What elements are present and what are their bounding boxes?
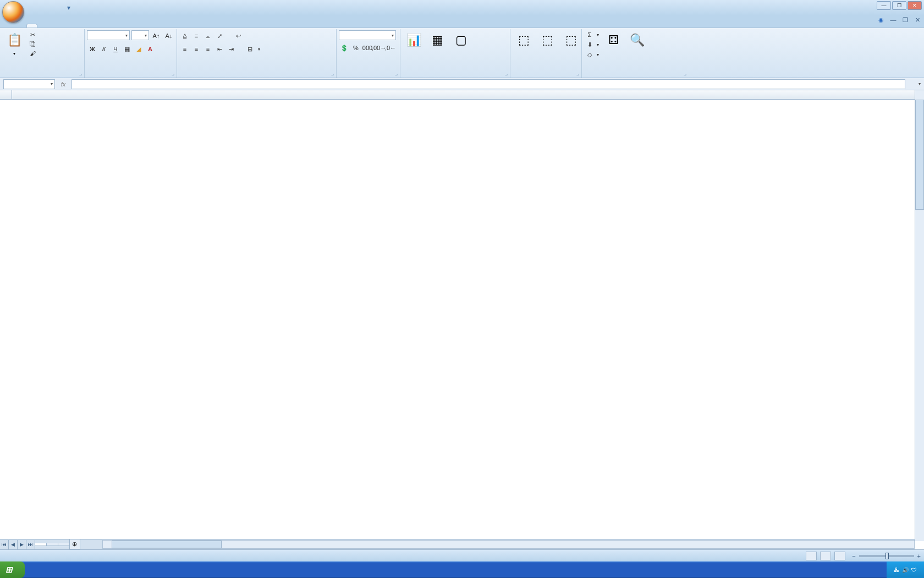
underline-button[interactable]: Ч xyxy=(110,43,121,54)
tab-formulas[interactable] xyxy=(63,24,74,28)
tray-icon[interactable]: 🔊 xyxy=(902,567,909,573)
help-icon[interactable]: ◉ xyxy=(877,15,886,24)
indent-inc-button[interactable]: ⇥ xyxy=(226,43,237,54)
clear-button[interactable]: ◇▾ xyxy=(584,50,601,59)
format-painter-button[interactable]: 🖌 xyxy=(27,49,40,58)
dec-decimal-button[interactable]: ,0← xyxy=(385,42,396,53)
shrink-font-button[interactable]: A↓ xyxy=(163,30,174,41)
windows-taskbar: ⊞ 🖧 🔊 🛡 xyxy=(0,561,924,578)
tab-addins[interactable] xyxy=(111,24,122,28)
vertical-scrollbar[interactable] xyxy=(915,90,924,541)
font-name-select[interactable]: ▾ xyxy=(87,30,130,40)
horizontal-scrollbar[interactable] xyxy=(102,540,915,549)
office-button[interactable] xyxy=(2,1,24,23)
format-as-table-button[interactable]: ▦ xyxy=(426,30,448,51)
table-icon: ▦ xyxy=(428,31,446,49)
redo-icon[interactable] xyxy=(52,3,62,13)
wrap-text-button[interactable]: ↩ xyxy=(233,30,245,41)
ribbon-minimize-button[interactable]: — xyxy=(889,15,898,24)
inc-decimal-button[interactable]: ,00→ xyxy=(373,42,384,53)
fx-icon[interactable]: fx xyxy=(58,80,68,89)
fill-button[interactable]: ⬇▾ xyxy=(584,40,601,49)
undo-icon[interactable] xyxy=(40,3,50,13)
ribbon: 📋 ▾ ✂ ⿻ 🖌 ▾ ▾ A↑ A↓ Ж К Ч ▦ xyxy=(0,28,924,78)
find-select-button[interactable]: 🔍 xyxy=(626,30,648,51)
italic-button[interactable]: К xyxy=(98,43,109,54)
tab-review[interactable] xyxy=(87,24,98,28)
ribbon-restore-button[interactable]: ❐ xyxy=(901,15,910,24)
insert-cells-button[interactable]: ⬚ xyxy=(513,30,535,51)
orientation-button[interactable]: ⤢ xyxy=(214,30,225,41)
formula-input[interactable] xyxy=(72,79,905,89)
cell-style-icon: ▢ xyxy=(452,31,470,49)
ribbon-close-button[interactable]: ✕ xyxy=(913,15,922,24)
formula-bar: ▾ fx ▾ xyxy=(0,78,924,90)
sheet-tab-1[interactable] xyxy=(35,543,47,546)
currency-button[interactable]: 💲 xyxy=(339,42,350,53)
spreadsheet-grid[interactable] xyxy=(0,90,924,552)
align-right-button[interactable]: ≡ xyxy=(202,43,213,54)
view-normal-button[interactable] xyxy=(806,552,817,560)
border-button[interactable]: ▦ xyxy=(122,43,133,54)
sheet-tab-2[interactable] xyxy=(46,543,58,546)
tab-data[interactable] xyxy=(75,24,86,28)
cond-format-icon: 📊 xyxy=(405,31,422,49)
tab-home[interactable] xyxy=(26,24,37,28)
grow-font-button[interactable]: A↑ xyxy=(151,30,162,41)
sheet-tab-new[interactable]: ⊕ xyxy=(69,539,80,549)
autosum-button[interactable]: Σ▾ xyxy=(584,30,601,39)
tab-insert[interactable] xyxy=(38,24,50,28)
select-all-corner[interactable] xyxy=(0,90,12,99)
name-box[interactable]: ▾ xyxy=(3,79,55,89)
align-middle-button[interactable]: ≡ xyxy=(191,30,202,41)
close-button[interactable]: ✕ xyxy=(908,1,922,10)
cell-styles-button[interactable]: ▢ xyxy=(450,30,472,51)
sheet-tab-3[interactable] xyxy=(58,543,70,546)
paste-button[interactable]: 📋 ▾ xyxy=(3,30,25,57)
font-color-button[interactable]: A xyxy=(145,43,156,54)
fill-icon: ⬇ xyxy=(586,41,593,48)
conditional-format-button[interactable]: 📊 xyxy=(403,30,425,51)
align-center-button[interactable]: ≡ xyxy=(191,43,202,54)
sheet-nav-last[interactable]: ⏭ xyxy=(26,540,35,549)
delete-icon: ⬚ xyxy=(538,31,556,49)
merge-icon: ⊟ xyxy=(246,45,254,53)
group-number-label xyxy=(339,77,398,78)
cut-button[interactable]: ✂ xyxy=(27,30,40,39)
fill-color-button[interactable]: ◢ xyxy=(133,43,144,54)
tab-view[interactable] xyxy=(99,24,110,28)
merge-center-button[interactable]: ⊟▾ xyxy=(244,43,262,54)
tray-icon[interactable]: 🛡 xyxy=(911,567,917,573)
save-icon[interactable] xyxy=(28,3,37,13)
brush-icon: 🖌 xyxy=(29,50,36,57)
sheet-nav-next[interactable]: ▶ xyxy=(18,540,26,549)
align-bottom-button[interactable]: ⩡ xyxy=(202,30,213,41)
indent-dec-button[interactable]: ⇤ xyxy=(214,43,225,54)
zoom-in-button[interactable]: + xyxy=(917,553,921,559)
sheet-nav-prev[interactable]: ◀ xyxy=(9,540,18,549)
clear-icon: ◇ xyxy=(586,51,593,58)
minimize-button[interactable]: — xyxy=(877,1,891,10)
percent-button[interactable]: % xyxy=(350,42,361,53)
tab-page-layout[interactable] xyxy=(51,24,62,28)
align-top-button[interactable]: ⩠ xyxy=(179,30,190,41)
font-size-select[interactable]: ▾ xyxy=(131,30,149,40)
ribbon-tabs: ◉ — ❐ ✕ xyxy=(0,15,924,28)
start-button[interactable]: ⊞ xyxy=(0,561,25,578)
view-page-layout-button[interactable] xyxy=(820,552,831,560)
maximize-button[interactable]: ❐ xyxy=(892,1,906,10)
view-page-break-button[interactable] xyxy=(834,552,845,560)
number-format-select[interactable]: ▾ xyxy=(339,30,396,40)
zoom-slider[interactable] xyxy=(859,555,914,557)
sort-filter-button[interactable]: ⚃ xyxy=(602,30,624,51)
qat-customize-icon[interactable]: ▾ xyxy=(64,3,74,13)
copy-button[interactable]: ⿻ xyxy=(27,40,40,48)
sheet-nav-first[interactable]: ⏮ xyxy=(0,540,9,549)
format-cells-button[interactable]: ⬚ xyxy=(560,30,582,51)
zoom-out-button[interactable]: − xyxy=(852,553,855,559)
bold-button[interactable]: Ж xyxy=(87,43,98,54)
tray-icon[interactable]: 🖧 xyxy=(894,567,899,573)
align-left-button[interactable]: ≡ xyxy=(179,43,190,54)
formula-bar-expand[interactable]: ▾ xyxy=(915,79,924,89)
delete-cells-button[interactable]: ⬚ xyxy=(536,30,558,51)
